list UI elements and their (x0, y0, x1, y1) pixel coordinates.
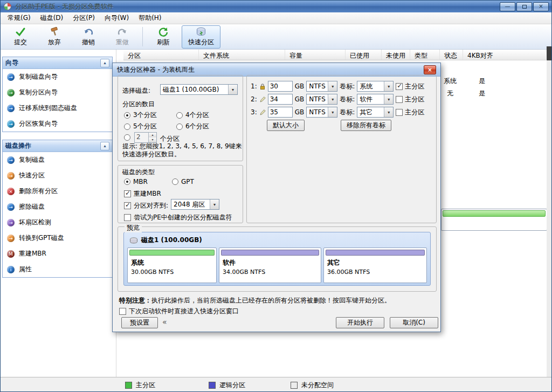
chevron-down-icon[interactable] (328, 81, 337, 91)
disk-operations-panel-header[interactable]: 磁盘操作 ▴ (3, 140, 112, 152)
rebuild-mbr-option[interactable]: 重建MBR (124, 189, 161, 198)
disk-map-partition-block[interactable] (441, 209, 547, 231)
preset-button[interactable]: 预设置 (121, 317, 158, 328)
disk-type-gpt[interactable]: GPT (172, 178, 194, 185)
column-status[interactable]: 状态 (440, 50, 463, 60)
fs-combobox-2[interactable]: NTFS (306, 94, 337, 105)
radio-5-partitions[interactable] (124, 123, 130, 130)
count-option-custom[interactable] (124, 134, 130, 141)
column-capacity[interactable]: 容量 (285, 50, 346, 60)
lock-icon[interactable] (259, 83, 266, 90)
radio-4-partitions[interactable] (176, 112, 183, 119)
minimize-button[interactable]: — (500, 2, 515, 11)
sidebar-item-properties[interactable]: i 属性 (3, 262, 112, 277)
align-option[interactable]: 分区对齐到: (124, 201, 168, 210)
pe-letter-checkbox[interactable] (124, 214, 131, 221)
radio-6-partitions[interactable] (176, 123, 183, 130)
edit-icon[interactable] (259, 109, 266, 116)
radio-mbr[interactable] (124, 178, 130, 185)
preview-partition-2[interactable]: 软件 34.00GB NTFS (219, 247, 321, 283)
sidebar-item-delete-all-partitions[interactable]: × 删除所有分区 (3, 183, 112, 199)
count-option-4[interactable]: 4个分区 (176, 111, 209, 120)
sidebar-item-copy-partition-wizard[interactable]: → 复制分区向导 (3, 85, 112, 100)
next-launch-option[interactable]: 下次启动软件时直接进入快速分区窗口 (119, 307, 239, 316)
cancel-button[interactable]: 取消(C) (390, 317, 438, 328)
column-partition[interactable]: 分区 (123, 50, 199, 60)
align-checkbox[interactable] (124, 202, 131, 209)
disk-select-combobox[interactable]: 磁盘1 (100.00GB) (160, 84, 238, 95)
chevron-down-icon[interactable] (384, 94, 393, 104)
sidebar-item-copy-disk[interactable]: → 复制磁盘 (3, 152, 112, 168)
sidebar-item-copy-disk-wizard[interactable]: → 复制磁盘向导 (3, 69, 112, 85)
column-type[interactable]: 类型 (410, 50, 440, 60)
fs-combobox-3[interactable]: NTFS (306, 107, 337, 118)
dialog-close-button[interactable]: × (424, 65, 436, 74)
scrollbar-thumb[interactable] (547, 46, 551, 60)
collapse-chevron-icon[interactable]: ▴ (100, 142, 109, 150)
remove-all-labels-button[interactable]: 移除所有卷标 (341, 120, 391, 131)
wizard-panel-header[interactable]: 向导 ▴ (3, 57, 112, 69)
collapse-chevron-icon[interactable]: ▴ (100, 59, 109, 67)
volume-label-combobox-2[interactable]: 软件 (357, 94, 394, 105)
fs-combobox-1[interactable]: NTFS (306, 81, 337, 92)
column-4kalign[interactable]: 4KB对齐 (463, 50, 546, 60)
count-option-5[interactable]: 5个分区 (124, 122, 157, 131)
primary-checkbox-1[interactable] (396, 83, 403, 90)
sidebar-item-bad-sector-test[interactable]: → 坏扇区检测 (3, 215, 112, 230)
refresh-button[interactable]: 刷新 (148, 25, 179, 49)
chevron-down-icon[interactable] (328, 107, 337, 117)
chevron-down-icon[interactable] (328, 94, 337, 104)
radio-gpt[interactable] (172, 178, 178, 185)
primary-checkbox-3[interactable] (396, 109, 403, 116)
count-option-6[interactable]: 6个分区 (176, 122, 209, 131)
commit-button[interactable]: 提交 (5, 25, 36, 49)
vertical-scrollbar[interactable] (547, 46, 551, 377)
count-option-3[interactable]: 3个分区 (124, 111, 157, 120)
sidebar-item-migrate-os[interactable]: → 迁移系统到固态磁盘 (3, 100, 112, 116)
close-button[interactable]: × (533, 2, 549, 11)
chevron-down-icon[interactable] (384, 107, 393, 117)
size-input-1[interactable] (268, 81, 293, 92)
volume-label-combobox-3[interactable]: 其它 (357, 107, 394, 118)
sidebar-item-partition-recovery[interactable]: → 分区恢复向导 (3, 116, 112, 132)
pe-letter-option[interactable]: 尝试为PE中创建的分区分配磁盘符 (124, 213, 232, 222)
edit-icon[interactable] (259, 96, 266, 103)
next-launch-checkbox[interactable] (119, 308, 126, 315)
maximize-button[interactable] (516, 2, 532, 11)
preview-partition-3[interactable]: 其它 36.00GB NTFS (323, 247, 427, 283)
spinner-up-icon[interactable]: ▴ (149, 133, 156, 137)
chevron-down-icon[interactable] (210, 200, 219, 209)
volume-label-combobox-1[interactable]: 系统 (357, 81, 394, 92)
menu-general[interactable]: 常规(G) (3, 12, 36, 24)
preview-partition-1[interactable]: 系统 30.00GB NTFS (127, 247, 217, 283)
chevron-down-icon[interactable] (228, 85, 237, 94)
start-button[interactable]: 开始执行 (336, 317, 384, 328)
collapse-advanced-icon[interactable]: « (162, 318, 167, 326)
sidebar-item-rebuild-mbr[interactable]: M 重建MBR (3, 246, 112, 262)
menu-disk[interactable]: 磁盘(D) (36, 12, 68, 24)
size-input-2[interactable] (268, 94, 293, 105)
menu-partition[interactable]: 分区(P) (68, 12, 100, 24)
undo-button[interactable]: 撤销 (73, 25, 104, 49)
primary-checkbox-2[interactable] (396, 96, 403, 103)
quick-partition-button[interactable]: 快速分区 (182, 25, 220, 49)
radio-custom-partitions[interactable] (124, 134, 130, 141)
redo-button[interactable]: 重做 (107, 25, 138, 49)
radio-3-partitions[interactable] (124, 112, 130, 119)
menu-wizard[interactable]: 向导(W) (100, 12, 134, 24)
chevron-down-icon[interactable] (384, 81, 393, 91)
discard-button[interactable]: 放弃 (39, 25, 70, 49)
custom-count-spinner[interactable]: 2 ▴ ▾ (134, 132, 157, 143)
align-combobox[interactable]: 2048 扇区 (171, 199, 219, 210)
sidebar-item-wipe-disk[interactable]: → 擦除磁盘 (3, 199, 112, 215)
default-size-button[interactable]: 默认大小 (267, 120, 305, 131)
column-filesystem[interactable]: 文件系统 (199, 50, 285, 60)
size-input-3[interactable] (268, 107, 293, 118)
menu-help[interactable]: 帮助(H) (134, 12, 166, 24)
sidebar-item-convert-gpt[interactable]: → 转换到GPT磁盘 (3, 230, 112, 246)
column-unused[interactable]: 未使用 (382, 50, 410, 60)
disk-type-mbr[interactable]: MBR (124, 178, 148, 185)
column-used[interactable]: 已使用 (346, 50, 382, 60)
rebuild-mbr-checkbox[interactable] (124, 190, 131, 197)
sidebar-item-quick-partition[interactable]: → 快速分区 (3, 168, 112, 183)
